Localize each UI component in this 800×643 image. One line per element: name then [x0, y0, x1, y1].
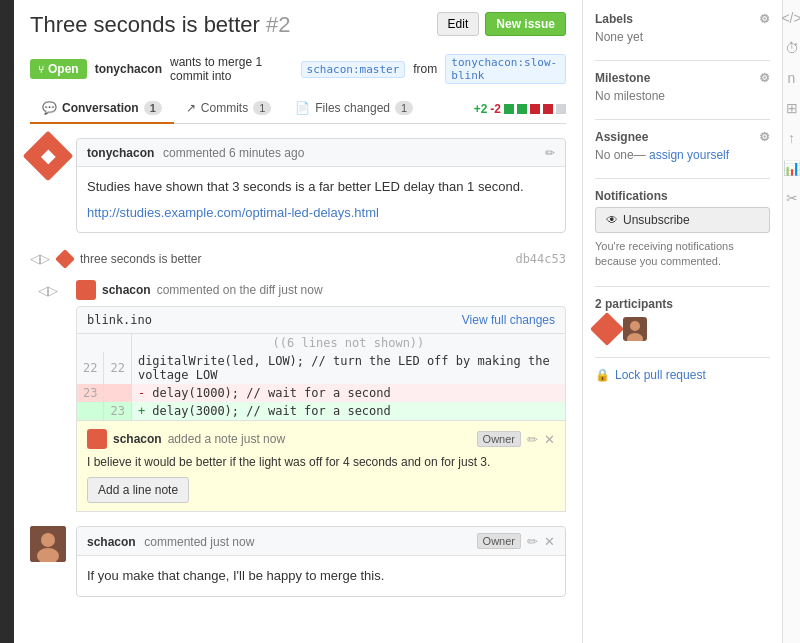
diff-context-row: 22 22 digitalWrite(led, LOW); // turn th… [77, 352, 566, 384]
files-icon: 📄 [295, 101, 310, 115]
participant-diamond-avatar [590, 312, 624, 346]
labels-gear-icon[interactable]: ⚙ [759, 12, 770, 26]
person-icon[interactable]: n [788, 70, 796, 86]
right-navigation-rail: </> ⏱ n ⊞ ↑ 📊 ✂ [782, 0, 800, 643]
head-branch-tag: tonychacon:slow-blink [445, 54, 566, 84]
close-inline-icon[interactable]: ✕ [544, 432, 555, 447]
commit-diamond-icon [55, 249, 75, 269]
first-comment-box: tonychacon commented 6 minutes ago ✏ Stu… [76, 138, 566, 233]
comment-link[interactable]: http://studies.example.com/optimal-led-d… [87, 205, 379, 220]
merge-icon: ⑂ [38, 64, 44, 75]
divider-5 [595, 357, 770, 358]
second-comment-header: schacon commented just now Owner ✏ ✕ [77, 527, 565, 556]
second-comment-box: schacon commented just now Owner ✏ ✕ If … [76, 526, 566, 597]
edit-inline-icon[interactable]: ✏ [527, 432, 538, 447]
open-badge: ⑂ Open [30, 59, 87, 79]
diff-add-row: 23 + delay(3000); // wait for a second [77, 402, 566, 421]
assign-yourself-link[interactable]: assign yourself [649, 148, 729, 162]
first-comment-body: Studies have shown that 3 seconds is a f… [77, 167, 565, 232]
unsubscribe-button[interactable]: 👁 Unsubscribe [595, 207, 770, 233]
labels-section: Labels ⚙ None yet [595, 12, 770, 44]
divider-2 [595, 119, 770, 120]
first-comment-thread: ◆ tonychacon commented 6 minutes ago ✏ S… [30, 138, 566, 233]
tonychacon-avatar: ◆ [23, 131, 74, 182]
right-sidebar: Labels ⚙ None yet Milestone ⚙ No milesto… [582, 0, 782, 643]
new-issue-button[interactable]: New issue [485, 12, 566, 36]
inline-comment: schacon added a note just now Owner ✏ ✕ … [77, 421, 565, 511]
svg-point-1 [41, 533, 55, 547]
schacon-avatar [30, 526, 66, 562]
chart-icon[interactable]: 📊 [783, 160, 800, 176]
diff-block-red-1 [530, 104, 540, 114]
first-comment-header: tonychacon commented 6 minutes ago ✏ [77, 139, 565, 167]
notifications-section: Notifications 👁 Unsubscribe You're recei… [595, 189, 770, 270]
second-comment-thread: schacon commented just now Owner ✏ ✕ If … [30, 526, 566, 597]
lock-pr-link[interactable]: 🔒 Lock pull request [595, 368, 770, 382]
clock-icon[interactable]: ⏱ [785, 40, 799, 56]
edit-button[interactable]: Edit [437, 12, 480, 36]
inline-schacon-avatar [87, 429, 107, 449]
diff-del-row: 23 - delay(1000); // wait for a second [77, 384, 566, 402]
left-navigation-rail [0, 0, 14, 643]
lock-icon: 🔒 [595, 368, 610, 382]
main-content: Three seconds is better #2 Edit New issu… [14, 0, 582, 643]
eye-icon: 👁 [606, 213, 618, 227]
commit-row: ◁▷ three seconds is better db44c53 [30, 247, 566, 270]
diff-file-block: blink.ino View full changes ((6 lines no… [76, 306, 566, 512]
diff-arrow-icon: ◁▷ [30, 251, 50, 266]
assignee-gear-icon[interactable]: ⚙ [759, 130, 770, 144]
add-line-note-button[interactable]: Add a line note [87, 477, 189, 503]
tab-files-changed[interactable]: 📄 Files changed 1 [283, 94, 425, 124]
divider-3 [595, 178, 770, 179]
owner-badge-inline: Owner [477, 431, 521, 447]
diff-thread-icon: ◁▷ [30, 280, 66, 300]
view-full-changes-link[interactable]: View full changes [462, 313, 555, 327]
diff-block-red-2 [543, 104, 553, 114]
arrow-up-icon[interactable]: ↑ [788, 130, 795, 146]
divider-4 [595, 286, 770, 287]
tools-icon[interactable]: ✂ [786, 190, 798, 206]
edit-second-icon[interactable]: ✏ [527, 534, 538, 549]
close-second-icon[interactable]: ✕ [544, 534, 555, 549]
base-branch-tag: schacon:master [301, 61, 406, 78]
assignee-section: Assignee ⚙ No one— assign yourself [595, 130, 770, 162]
owner-badge-second: Owner [477, 533, 521, 549]
second-comment-body: If you make that change, I'll be happy t… [77, 556, 565, 596]
code-icon[interactable]: </> [781, 10, 800, 26]
svg-point-4 [630, 321, 640, 331]
diff-block-gray [556, 104, 566, 114]
diff-comment-header-row: ◁▷ schacon commented on the diff just no… [30, 280, 566, 300]
inline-comment-header: schacon added a note just now Owner ✏ ✕ [87, 429, 555, 449]
milestone-gear-icon[interactable]: ⚙ [759, 71, 770, 85]
diff-stats: +2 -2 [474, 102, 566, 116]
commits-icon: ↗ [186, 101, 196, 115]
diff-ellipsis-row: ((6 lines not shown)) [77, 334, 566, 352]
diff-file-header: blink.ino View full changes [76, 306, 566, 334]
tab-bar: 💬 Conversation 1 ↗ Commits 1 📄 Files cha… [30, 94, 566, 124]
participant-schacon-avatar [623, 317, 647, 341]
tab-commits[interactable]: ↗ Commits 1 [174, 94, 283, 124]
grid-icon[interactable]: ⊞ [786, 100, 798, 116]
participants-section: 2 participants [595, 297, 770, 341]
diff-block-green-1 [504, 104, 514, 114]
diff-block-green-2 [517, 104, 527, 114]
pr-meta: ⑂ Open tonychacon wants to merge 1 commi… [30, 54, 566, 84]
conversation-icon: 💬 [42, 101, 57, 115]
inline-comment-wrapper: schacon added a note just now Owner ✏ ✕ … [76, 421, 566, 512]
schacon-small-avatar [76, 280, 96, 300]
pr-title: Three seconds is better #2 [30, 12, 291, 38]
milestone-section: Milestone ⚙ No milestone [595, 71, 770, 103]
diff-table: ((6 lines not shown)) 22 22 digitalWrite… [76, 334, 566, 421]
divider-1 [595, 60, 770, 61]
participants-list [595, 317, 770, 341]
edit-comment-icon[interactable]: ✏ [545, 146, 555, 160]
tab-conversation[interactable]: 💬 Conversation 1 [30, 94, 174, 124]
